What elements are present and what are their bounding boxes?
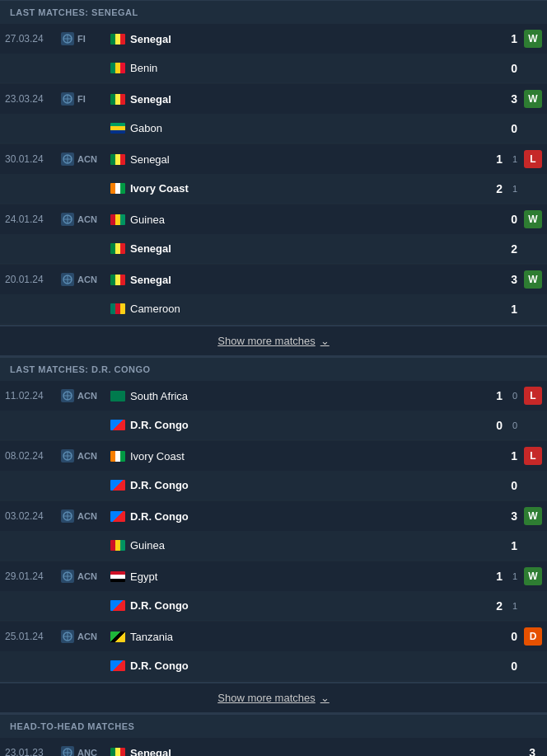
match-row: 29.01.24ACNEgypt11W — [0, 561, 547, 591]
result-badge: W — [524, 210, 542, 228]
team-name: Senegal — [130, 274, 171, 286]
result-badge: L — [524, 387, 542, 405]
competition-col: ACN — [61, 273, 110, 286]
team-name: Egypt — [130, 571, 157, 583]
score-area: 3 — [483, 509, 524, 523]
score-area: 0 — [483, 630, 524, 643]
result-badge: L — [524, 447, 542, 465]
match-row: D.R. Congo00 — [0, 411, 547, 440]
team-name: Senegal — [130, 747, 171, 757]
score-main: 1 — [491, 389, 503, 402]
team-info: D.R. Congo — [110, 660, 483, 672]
competition-icon — [61, 389, 74, 402]
score-main: 3 — [506, 509, 517, 523]
team-name: D.R. Congo — [130, 419, 189, 431]
match-pair: 30.01.24ACNSenegal11LIvory Coast21 — [0, 144, 547, 204]
score-main: 0 — [506, 630, 517, 643]
team-name: Tanzania — [130, 631, 173, 643]
match-row: 25.01.24ACNTanzania0D — [0, 622, 547, 651]
score-area: 3 — [501, 746, 542, 756]
match-row: 24.01.24ACNGuinea0W — [0, 204, 547, 234]
chevron-down-icon: ⌄ — [320, 692, 330, 704]
team-info: Senegal — [110, 93, 483, 106]
team-info: Senegal — [110, 242, 483, 255]
match-date: 23.03.24 — [5, 93, 61, 105]
match-row: D.R. Congo0 — [0, 471, 547, 500]
score-area: 0 — [483, 660, 524, 673]
match-row: Gabon0 — [0, 114, 547, 143]
score-area: 0 — [483, 122, 524, 135]
competition-icon — [61, 273, 74, 286]
show-more-button[interactable]: Show more matches⌄ — [0, 326, 547, 357]
score-area: 0 — [483, 62, 524, 75]
score-main: 3 — [506, 92, 517, 106]
match-row: Senegal2 — [0, 234, 547, 264]
result-indicator: L — [524, 387, 542, 405]
chevron-down-icon: ⌄ — [320, 335, 330, 347]
team-name: D.R. Congo — [130, 660, 189, 672]
score-area: 1 — [483, 449, 524, 463]
competition-label: ACN — [77, 154, 97, 164]
result-indicator: L — [524, 150, 542, 168]
result-indicator: W — [524, 567, 542, 585]
match-row: D.R. Congo21 — [0, 591, 547, 621]
match-pair: 29.01.24ACNEgypt11WD.R. Congo21 — [0, 561, 547, 622]
score-main: 0 — [506, 660, 517, 673]
match-date: 25.01.24 — [5, 631, 61, 642]
team-name: Ivory Coast — [130, 182, 189, 195]
team-flag — [110, 600, 125, 611]
competition-icon — [61, 153, 74, 166]
competition-icon — [61, 92, 74, 106]
score-main: 0 — [506, 62, 517, 75]
score-aggregate: 0 — [507, 420, 517, 430]
score-main: 3 — [524, 746, 535, 756]
show-more-button[interactable]: Show more matches⌄ — [0, 683, 547, 714]
result-indicator: L — [524, 447, 542, 465]
match-pair: 11.02.24ACNSouth Africa10LD.R. Congo00 — [0, 381, 547, 441]
team-flag — [110, 63, 125, 73]
score-area: 1 — [483, 32, 524, 45]
competition-col: ACN — [61, 213, 110, 226]
competition-col: FI — [61, 92, 110, 106]
team-flag — [110, 480, 125, 491]
score-area: 3 — [483, 273, 524, 286]
competition-icon — [61, 570, 74, 583]
team-name: Guinea — [130, 539, 165, 552]
team-name: South Africa — [130, 390, 188, 402]
match-date: 08.02.24 — [5, 450, 61, 462]
match-group: 27.03.24FISenegal1WBenin023.03.24FISeneg… — [0, 24, 547, 326]
match-pair: 25.01.24ACNTanzania0DD.R. Congo0 — [0, 622, 547, 682]
team-flag — [110, 214, 125, 225]
competition-label: ACN — [77, 571, 97, 581]
result-indicator: W — [524, 90, 542, 108]
competition-label: ACN — [77, 451, 97, 461]
match-row: 03.02.24ACND.R. Congo3W — [0, 501, 547, 531]
score-main: 3 — [506, 273, 517, 286]
score-area: 1 — [483, 303, 524, 316]
team-name: D.R. Congo — [130, 479, 189, 491]
team-name: Cameroon — [130, 303, 180, 315]
team-flag — [110, 275, 125, 285]
section-header: LAST MATCHES: D.R. CONGO — [0, 357, 547, 381]
score-main: 0 — [506, 479, 517, 492]
team-flag — [110, 391, 125, 401]
score-main: 1 — [491, 570, 503, 583]
team-info: Guinea — [110, 214, 483, 226]
score-area: 21 — [483, 599, 524, 613]
match-row: Ivory Coast21 — [0, 174, 547, 204]
competition-col: ACN — [61, 389, 110, 402]
score-aggregate: 1 — [507, 154, 517, 164]
section-header: LAST MATCHES: SENEGAL — [0, 0, 547, 24]
match-date: 11.02.24 — [5, 390, 61, 401]
team-flag — [110, 571, 125, 582]
team-name: Senegal — [130, 242, 171, 255]
h2h-match-group: 23.01.23ANCSenegal3D.R. Congo004.09.11AC… — [0, 738, 547, 756]
score-area: 10 — [483, 389, 524, 402]
match-pair: 24.01.24ACNGuinea0WSenegal2 — [0, 204, 547, 265]
result-badge: W — [524, 270, 542, 289]
team-name: Senegal — [130, 153, 170, 166]
score-main: 1 — [506, 449, 517, 463]
match-row: 20.01.24ACNSenegal3W — [0, 265, 547, 294]
team-flag — [110, 660, 125, 671]
score-area: 3 — [483, 92, 524, 106]
